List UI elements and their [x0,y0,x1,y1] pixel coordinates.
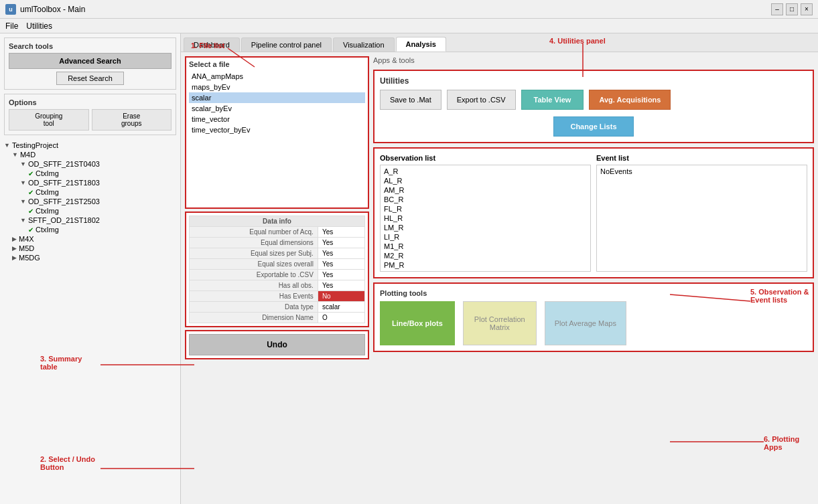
obs-event-panel: Observation list A_R AL_R AM_R BC_R FL_R… [373,147,814,278]
tree-m5dg[interactable]: ▶ M5DG [12,253,176,262]
file-list-title: Select a file [189,60,365,68]
list-item[interactable]: AM_R [382,185,589,195]
plot-correlation-button[interactable]: Plot CorrelationMatrix [463,301,537,345]
data-info-header: Data info [190,216,365,227]
tree-od1[interactable]: ▼ OD_SFTF_21ST0403 [20,159,176,169]
tree-od2-label: OD_SFTF_21ST1803 [28,179,100,187]
list-item[interactable]: M1_R [382,242,589,251]
advanced-search-button[interactable]: Advanced Search [9,53,172,69]
file-item-selected[interactable]: scalar [189,92,365,103]
event-list-container: Event list NoEvents [596,154,807,272]
table-row: Equal number of Acq. Yes [190,227,365,238]
minimize-button[interactable]: – [771,3,783,15]
tree-root[interactable]: ▼ TestingProject [4,141,176,150]
export-csv-button[interactable]: Export to .CSV [447,90,516,110]
file-item[interactable]: scalar_byEv [189,103,365,114]
content-area: Dashboard Pipeline control panel Visuali… [181,33,818,504]
row-value: Yes [318,227,364,238]
ctximg-label-1: CtxImg [36,169,59,177]
list-item[interactable]: PM_R [382,260,589,270]
tree-sftf-label: SFTF_OD_21ST1802 [28,216,100,224]
tree-od1-ctximg: ✔ CtxImg [28,169,176,178]
menu-file[interactable]: File [5,21,18,31]
summary-table: Data info Equal number of Acq. Yes Equal… [189,216,365,323]
tab-pipeline[interactable]: Pipeline control panel [241,37,332,52]
utilities-panel: Utilities Save to .Mat Export to .CSV Ta… [373,70,814,143]
row-value-no: No [318,291,364,302]
table-row: Equal sizes overall Yes [190,259,365,270]
tree-od2[interactable]: ▼ OD_SFTF_21ST1803 [20,178,176,187]
event-list[interactable]: NoEvents [596,165,807,272]
table-row: Dimension Name O [190,313,365,323]
table-row: Has all obs. Yes [190,280,365,291]
undo-button[interactable]: Undo [189,334,365,355]
tree-m4d[interactable]: ▼ M4D [12,150,176,159]
row-label: Equal dimensions [190,238,318,248]
search-tools-box: Search tools Advanced Search Reset Searc… [4,37,176,90]
tree-sftf-group: ▼ SFTF_OD_21ST1802 ✔ CtxImg [20,216,176,234]
list-item[interactable]: M2_R [382,251,589,260]
reset-search-button[interactable]: Reset Search [56,72,124,85]
list-item[interactable]: BC_R [382,195,589,204]
right-column: Apps & tools Utilities Save to .Mat Expo… [373,56,814,500]
maximize-button[interactable]: □ [786,3,798,15]
file-item[interactable]: ANA_ampMaps [189,71,365,82]
close-button[interactable]: × [801,3,813,15]
row-label: Exportable to .CSV [190,270,318,280]
save-mat-button[interactable]: Save to .Mat [380,90,441,110]
file-list: ANA_ampMaps maps_byEv scalar scalar_byEv… [189,71,365,205]
tree-m5d[interactable]: ▶ M5D [12,244,176,253]
list-item[interactable]: LI_R [382,232,589,242]
table-view-button[interactable]: Table View [521,90,584,110]
tree-od2-group: ▼ OD_SFTF_21ST1803 ✔ CtxImg [20,178,176,197]
list-item[interactable]: LM_R [382,223,589,232]
line-box-plots-button[interactable]: Line/Box plots [380,301,455,345]
list-item[interactable]: AL_R [382,176,589,185]
tree-od1-group: ▼ OD_SFTF_21ST0403 ✔ CtxImg [20,159,176,178]
erase-groups-button[interactable]: Erasegroups [92,109,172,131]
tabs-bar: Dashboard Pipeline control panel Visuali… [181,33,818,52]
check-icon-1: ✔ [28,170,33,177]
options-title: Options [9,98,172,106]
tree-sftf[interactable]: ▼ SFTF_OD_21ST1802 [20,216,176,225]
row-label: Equal number of Acq. [190,227,318,238]
file-item[interactable]: maps_byEv [189,82,365,92]
tab-analysis[interactable]: Analysis [396,37,446,52]
search-tools-title: Search tools [9,42,172,50]
change-lists-button[interactable]: Change Lists [553,116,633,137]
tree-m4x[interactable]: ▶ M4X [12,234,176,244]
observation-list[interactable]: A_R AL_R AM_R BC_R FL_R HL_R LM_R LI_R M… [380,165,591,272]
plotting-panel: Plotting tools Line/Box plots Plot Corre… [373,282,814,352]
list-item[interactable]: HL_R [382,214,589,223]
tree-root-label: TestingProject [12,141,58,149]
tree-od1-label: OD_SFTF_21ST0403 [28,160,100,168]
row-label: Dimension Name [190,313,318,323]
file-item[interactable]: time_vector [189,114,365,124]
table-row-events: Has Events No [190,291,365,302]
row-label: Data type [190,302,318,313]
row-value: Yes [318,259,364,270]
ctximg-label-2: CtxImg [36,188,59,196]
row-value: Yes [318,238,364,248]
file-list-panel: Select a file ANA_ampMaps maps_byEv scal… [185,56,369,209]
row-value: scalar [318,302,364,313]
list-item[interactable]: FL_R [382,204,589,214]
tab-dashboard[interactable]: Dashboard [184,37,240,52]
tree-od3[interactable]: ▼ OD_SFTF_21ST2503 [20,197,176,206]
row-value: O [318,313,364,323]
grouping-tool-button[interactable]: Groupingtool [9,109,89,131]
plot-avg-maps-button[interactable]: Plot Average Maps [545,301,626,345]
row-label: Equal sizes overall [190,259,318,270]
check-icon-2: ✔ [28,189,33,196]
list-item[interactable]: A_R [382,167,589,176]
file-item[interactable]: time_vector_byEv [189,124,365,135]
list-item[interactable]: NoEvents [598,167,805,176]
window-title: umlToolbox - Main [20,5,85,14]
event-list-title: Event list [596,154,807,162]
avg-acquisitions-button[interactable]: Avg. Acquisitions [589,90,671,110]
menu-utilities[interactable]: Utilities [26,21,52,31]
row-value: Yes [318,280,364,291]
ctximg-label-4: CtxImg [36,226,59,234]
project-tree: ▼ TestingProject ▼ M4D ▼ OD_SFTF_21ST040… [4,139,176,264]
tab-visualization[interactable]: Visualization [333,37,395,52]
